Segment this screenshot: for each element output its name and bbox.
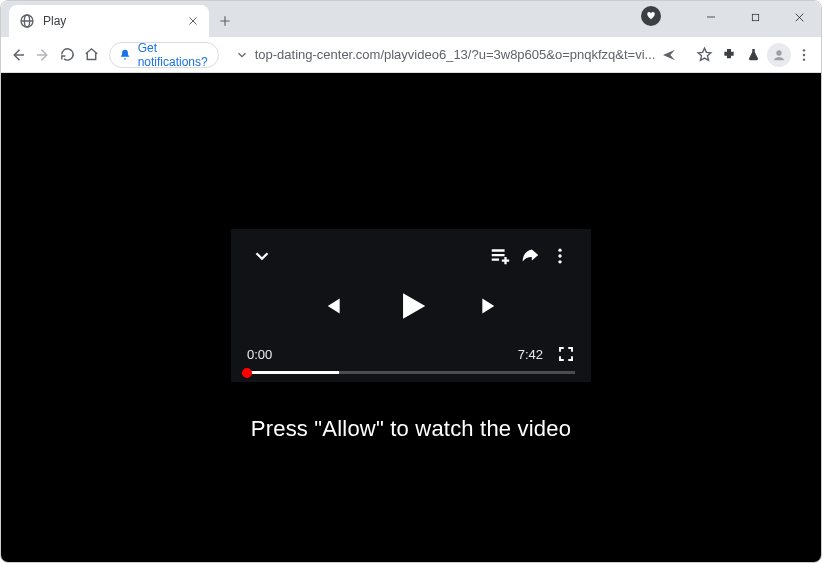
progress-played bbox=[247, 371, 339, 374]
browser-toolbar: Get notifications? top-dating-center.com… bbox=[1, 37, 821, 73]
browser-titlebar: Play bbox=[1, 1, 821, 37]
fullscreen-button[interactable] bbox=[557, 345, 575, 363]
svg-point-13 bbox=[558, 260, 561, 263]
svg-point-9 bbox=[803, 53, 805, 55]
svg-point-12 bbox=[558, 254, 561, 257]
play-button[interactable] bbox=[392, 287, 430, 325]
svg-point-11 bbox=[558, 249, 561, 252]
progress-bar[interactable] bbox=[247, 371, 575, 374]
svg-point-7 bbox=[776, 50, 781, 55]
lab-flask-icon[interactable] bbox=[742, 40, 764, 70]
window-controls bbox=[641, 1, 821, 37]
collapse-button[interactable] bbox=[247, 245, 277, 267]
allow-cta-text: Press "Allow" to watch the video bbox=[251, 416, 571, 442]
new-tab-button[interactable] bbox=[211, 7, 239, 35]
svg-point-10 bbox=[803, 58, 805, 60]
back-button[interactable] bbox=[7, 40, 29, 70]
address-bar[interactable]: top-dating-center.com/playvideo6_13/?u=3… bbox=[227, 41, 686, 69]
next-track-button[interactable] bbox=[478, 293, 504, 319]
bookmark-star-button[interactable] bbox=[693, 40, 715, 70]
svg-rect-4 bbox=[752, 14, 758, 20]
video-player: 0:00 7:42 bbox=[231, 229, 591, 382]
window-maximize-button[interactable] bbox=[733, 2, 777, 32]
close-tab-button[interactable] bbox=[187, 15, 199, 27]
queue-icon[interactable] bbox=[485, 245, 515, 267]
send-icon[interactable] bbox=[661, 47, 677, 63]
url-text: top-dating-center.com/playvideo6_13/?u=3… bbox=[255, 47, 656, 62]
window-minimize-button[interactable] bbox=[689, 2, 733, 32]
svg-point-8 bbox=[803, 49, 805, 51]
browser-menu-button[interactable] bbox=[793, 40, 815, 70]
more-icon[interactable] bbox=[545, 246, 575, 266]
avatar-icon bbox=[767, 43, 791, 67]
duration: 7:42 bbox=[518, 347, 543, 362]
notification-chip-label: Get notifications? bbox=[138, 41, 208, 69]
tab-title: Play bbox=[43, 14, 179, 28]
previous-track-button[interactable] bbox=[318, 293, 344, 319]
globe-icon bbox=[19, 13, 35, 29]
home-button[interactable] bbox=[80, 40, 102, 70]
window-close-button[interactable] bbox=[777, 2, 821, 32]
browser-tab[interactable]: Play bbox=[9, 5, 209, 37]
forward-button[interactable] bbox=[31, 40, 53, 70]
heart-badge-icon bbox=[641, 6, 661, 26]
page-content: 0:00 7:42 Press "Allow" to watch the vid… bbox=[1, 73, 821, 563]
current-time: 0:00 bbox=[247, 347, 272, 362]
extensions-button[interactable] bbox=[718, 40, 740, 70]
profile-button[interactable] bbox=[767, 40, 791, 70]
bell-icon bbox=[118, 48, 132, 62]
reload-button[interactable] bbox=[56, 40, 78, 70]
progress-knob[interactable] bbox=[242, 368, 252, 378]
share-icon[interactable] bbox=[515, 245, 545, 267]
notification-permission-chip[interactable]: Get notifications? bbox=[109, 42, 219, 68]
chevron-down-icon bbox=[235, 48, 249, 62]
